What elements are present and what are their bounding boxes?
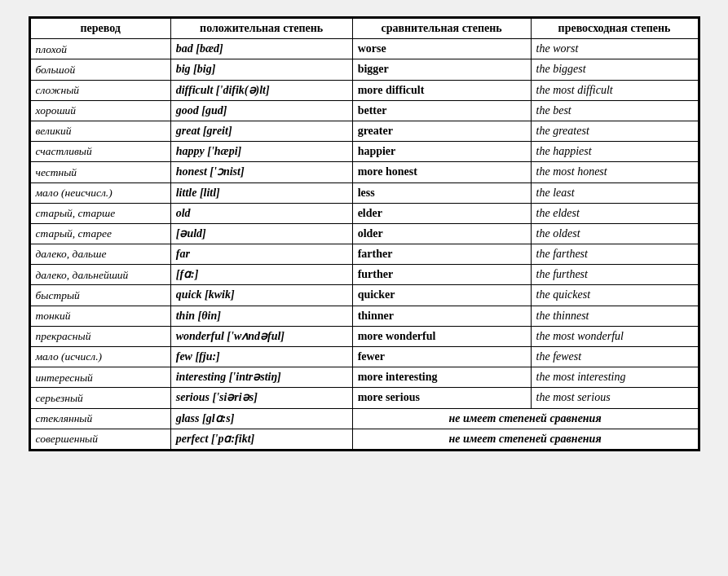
cell-superlative: the thinnest (531, 306, 698, 326)
cell-translation: великий (30, 121, 170, 141)
header-row: перевод положительная степень сравнитель… (30, 19, 698, 39)
main-table-container: перевод положительная степень сравнитель… (29, 16, 700, 451)
table-row: далеко, дальнейший[fɑ:]furtherthe furthe… (30, 265, 698, 285)
table-row: прекрасныйwonderful ['wʌndəful]more wond… (30, 326, 698, 346)
table-row: тонкийthin [θin]thinnerthe thinnest (30, 306, 698, 326)
cell-superlative: the most difficult (531, 80, 698, 100)
cell-superlative: the eldest (531, 203, 698, 223)
cell-comparative: greater (352, 121, 531, 141)
table-row: мало (исчисл.)few [fju:]fewerthe fewest (30, 347, 698, 367)
cell-positive: big [big] (170, 59, 352, 80)
table-row: старый, старее[əuld]olderthe oldest (30, 223, 698, 244)
cell-superlative: the worst (531, 39, 698, 59)
cell-translation: счастливый (30, 142, 170, 162)
comparison-table: перевод положительная степень сравнитель… (30, 18, 699, 450)
cell-translation: стеклянный (30, 408, 170, 429)
cell-comparative: farther (352, 244, 531, 265)
table-row: далеко, дальшеfarfartherthe farthest (30, 244, 698, 265)
table-row: честныйhonest ['ɔnist]more honestthe mos… (30, 162, 698, 182)
cell-superlative: the quickest (531, 285, 698, 306)
table-row: великийgreat [greit]greaterthe greatest (30, 121, 698, 141)
cell-translation: плохой (30, 39, 170, 59)
cell-positive: serious ['siəriəs] (170, 388, 352, 408)
table-row: мало (неисчисл.)little [litl]lessthe lea… (30, 182, 698, 203)
cell-positive: old (170, 203, 352, 223)
cell-translation: быстрый (30, 285, 170, 306)
cell-comparative: better (352, 100, 531, 121)
header-positive: положительная степень (170, 19, 352, 39)
cell-superlative: the greatest (531, 121, 698, 141)
header-comparative: сравнительная степень (352, 19, 531, 39)
cell-superlative: the biggest (531, 59, 698, 80)
cell-positive: bad [bæd] (170, 39, 352, 59)
cell-superlative: the furthest (531, 265, 698, 285)
cell-comparative: more serious (352, 388, 531, 408)
cell-positive: glass [glɑ:s] (170, 408, 352, 429)
cell-positive: honest ['ɔnist] (170, 162, 352, 182)
header-translation: перевод (30, 19, 170, 39)
cell-positive: thin [θin] (170, 306, 352, 326)
cell-comparative: bigger (352, 59, 531, 80)
cell-comparative: more interesting (352, 367, 531, 388)
cell-positive: good [gud] (170, 100, 352, 121)
cell-comparative: fewer (352, 347, 531, 367)
cell-comparative: more wonderful (352, 326, 531, 346)
cell-positive: wonderful ['wʌndəful] (170, 326, 352, 346)
cell-translation: тонкий (30, 306, 170, 326)
table-row: старый, старшеoldelderthe eldest (30, 203, 698, 223)
cell-translation: большой (30, 59, 170, 80)
cell-positive: great [greit] (170, 121, 352, 141)
cell-positive: little [litl] (170, 182, 352, 203)
cell-superlative: the best (531, 100, 698, 121)
cell-positive: happy ['hæpi] (170, 142, 352, 162)
table-row: сложныйdifficult ['difik(ə)lt]more diffi… (30, 80, 698, 100)
table-row: стеклянныйglass [glɑ:s]не имеет степеней… (30, 408, 698, 429)
table-row: плохойbad [bæd]worsethe worst (30, 39, 698, 59)
cell-comparative: quicker (352, 285, 531, 306)
table-row: большойbig [big]biggerthe biggest (30, 59, 698, 80)
cell-translation: мало (неисчисл.) (30, 182, 170, 203)
cell-comparative: thinner (352, 306, 531, 326)
table-row: счастливыйhappy ['hæpi]happierthe happie… (30, 142, 698, 162)
cell-translation: хороший (30, 100, 170, 121)
cell-translation: сложный (30, 80, 170, 100)
cell-translation: прекрасный (30, 326, 170, 346)
cell-comparative: more difficult (352, 80, 531, 100)
cell-superlative: the most serious (531, 388, 698, 408)
cell-superlative: the fewest (531, 347, 698, 367)
cell-translation: далеко, дальше (30, 244, 170, 265)
cell-comparative: worse (352, 39, 531, 59)
cell-positive: [fɑ:] (170, 265, 352, 285)
cell-translation: интересный (30, 367, 170, 388)
cell-superlative: the most honest (531, 162, 698, 182)
cell-comparative: less (352, 182, 531, 203)
cell-translation: мало (исчисл.) (30, 347, 170, 367)
cell-comparative: elder (352, 203, 531, 223)
cell-positive: few [fju:] (170, 347, 352, 367)
cell-superlative: the farthest (531, 244, 698, 265)
table-row: совершенныйperfect ['pɑ:fikt]не имеет ст… (30, 429, 698, 449)
header-superlative: превосходная степень (531, 19, 698, 39)
table-row: быстрыйquick [kwik]quickerthe quickest (30, 285, 698, 306)
cell-comparative: older (352, 223, 531, 244)
cell-translation: честный (30, 162, 170, 182)
cell-merged: не имеет степеней сравнения (352, 408, 698, 429)
cell-positive: far (170, 244, 352, 265)
cell-positive: interesting ['intrəstiŋ] (170, 367, 352, 388)
cell-merged: не имеет степеней сравнения (352, 429, 698, 449)
table-row: серьезныйserious ['siəriəs]more serioust… (30, 388, 698, 408)
cell-positive: difficult ['difik(ə)lt] (170, 80, 352, 100)
cell-translation: серьезный (30, 388, 170, 408)
cell-comparative: further (352, 265, 531, 285)
cell-superlative: the happiest (531, 142, 698, 162)
cell-comparative: happier (352, 142, 531, 162)
cell-superlative: the most interesting (531, 367, 698, 388)
cell-superlative: the most wonderful (531, 326, 698, 346)
table-row: интересныйinteresting ['intrəstiŋ]more i… (30, 367, 698, 388)
cell-translation: старый, старее (30, 223, 170, 244)
cell-positive: quick [kwik] (170, 285, 352, 306)
cell-superlative: the least (531, 182, 698, 203)
cell-translation: совершенный (30, 429, 170, 449)
cell-translation: старый, старше (30, 203, 170, 223)
cell-positive: perfect ['pɑ:fikt] (170, 429, 352, 449)
